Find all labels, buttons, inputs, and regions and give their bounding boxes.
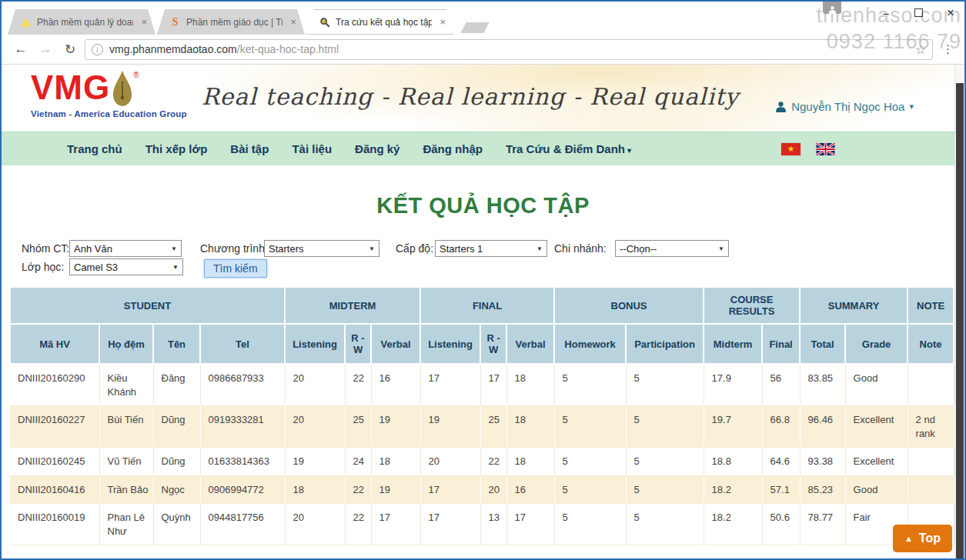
- column-header: Participation: [626, 324, 704, 364]
- column-header: Total: [800, 324, 845, 364]
- table-cell: 22: [345, 475, 371, 504]
- maximize-button[interactable]: [914, 8, 923, 17]
- nav-item[interactable]: Trang chủ: [55, 142, 134, 155]
- table-cell: Phan Lê Như: [99, 504, 153, 545]
- table-cell: 0944817756: [200, 504, 285, 545]
- table-cell: 17: [420, 475, 480, 504]
- nav-item[interactable]: Bài tập: [219, 142, 280, 155]
- select-arrow-icon: ▼: [172, 264, 179, 271]
- nav-item[interactable]: Tài liệu: [280, 142, 343, 155]
- table-cell: Quỳnh: [153, 504, 200, 545]
- nav-item[interactable]: Đăng ký: [343, 142, 411, 155]
- bookmark-star-icon[interactable]: ☆: [915, 42, 926, 57]
- search-button[interactable]: Tìm kiếm: [204, 259, 267, 278]
- column-header: Homework: [554, 324, 626, 364]
- back-to-top-button[interactable]: ▲ Top: [893, 525, 952, 552]
- table-row: DNIII20160019Phan Lê NhưQuỳnh09448177562…: [10, 504, 954, 545]
- table-body: DNIII20160290Kiều KhánhĐăng0986687933202…: [10, 364, 954, 545]
- table-cell: 25: [345, 406, 371, 448]
- table-cell: Trần Bảo: [99, 475, 153, 504]
- magnifier-favicon-icon: [319, 17, 330, 27]
- table-group-row: STUDENTMIDTERMFINALBONUSCOURSE RESULTSSU…: [10, 287, 954, 324]
- column-group-header: MIDTERM: [285, 287, 420, 324]
- nav-item[interactable]: Đăng nhập: [411, 142, 494, 155]
- vmg-logo[interactable]: VMG ® Vietnam - America Education Group: [31, 71, 187, 118]
- column-header: Final: [762, 324, 800, 364]
- column-header: Listening: [285, 324, 345, 364]
- close-button[interactable]: ×: [944, 6, 957, 20]
- browser-menu-icon[interactable]: ⋮: [938, 42, 958, 56]
- table-cell: 13: [480, 504, 506, 545]
- results-table: STUDENTMIDTERMFINALBONUSCOURSE RESULTSSU…: [9, 286, 954, 545]
- column-group-header: COURSE RESULTS: [704, 287, 800, 324]
- address-bar[interactable]: i vmg.phanmemdaotao.com/ket-qua-hoc-tap.…: [85, 39, 933, 60]
- table-cell: 5: [554, 475, 626, 504]
- tab-close-icon[interactable]: ×: [288, 16, 299, 28]
- new-tab-button[interactable]: [460, 22, 489, 33]
- table-cell: 0906994772: [200, 475, 285, 504]
- table-cell: 5: [554, 448, 626, 476]
- profile-avatar[interactable]: [823, 2, 841, 14]
- table-cell: Ngọc: [153, 475, 200, 504]
- nav-item[interactable]: Tra Cứu & Điểm Danh▾: [494, 142, 643, 155]
- browser-tab-2[interactable]: S Phần mềm giáo dục | Tiế ×: [157, 9, 305, 35]
- table-cell: 20: [480, 475, 506, 504]
- table-cell: 24: [345, 448, 371, 476]
- select-arrow-icon: ▼: [171, 245, 177, 252]
- site-header: VMG ® Vietnam - America Education Group …: [2, 65, 964, 132]
- back-button[interactable]: ←: [11, 42, 31, 57]
- forward-button[interactable]: →: [35, 42, 55, 57]
- column-header: Listening: [420, 324, 480, 364]
- nhom-ct-select[interactable]: Anh Văn▼: [69, 240, 182, 257]
- table-cell: 2 nd rank: [908, 406, 954, 448]
- table-cell: 0986687933: [200, 364, 285, 406]
- scrollbar-thumb[interactable]: [956, 83, 964, 558]
- browser-tab-1[interactable]: Phần mềm quản lý doanh ×: [8, 9, 155, 35]
- table-cell: 22: [345, 504, 371, 545]
- table-cell: 0919333281: [200, 406, 285, 448]
- table-cell: 5: [626, 364, 704, 406]
- web-page: VMG ® Vietnam - America Education Group …: [2, 65, 964, 558]
- table-cell: 19: [371, 406, 420, 448]
- logo-text: VMG: [31, 71, 110, 105]
- minimize-button[interactable]: –: [880, 6, 892, 20]
- table-cell: DNIII20160290: [10, 364, 99, 406]
- registered-mark: ®: [133, 71, 139, 79]
- tab-strip: Phần mềm quản lý doanh × S Phần mềm giáo…: [2, 8, 964, 35]
- nav-item[interactable]: Thi xếp lớp: [134, 142, 219, 155]
- warning-triangle-icon: [20, 17, 32, 27]
- table-cell: [908, 475, 954, 504]
- browser-tab-active[interactable]: Tra cứu kết quả học tập ×: [306, 9, 454, 35]
- page-info-icon[interactable]: i: [92, 44, 103, 55]
- column-header: Mã HV: [10, 324, 99, 364]
- reload-button[interactable]: ↻: [60, 42, 80, 58]
- table-cell: 22: [480, 448, 506, 476]
- table-cell: Dũng: [153, 448, 200, 476]
- uk-flag-icon[interactable]: [816, 143, 835, 155]
- table-cell: 50.6: [762, 504, 800, 545]
- table-cell: 17.9: [704, 364, 762, 406]
- column-group-header: SUMMARY: [800, 287, 908, 324]
- lop-hoc-select[interactable]: Camel S3▼: [69, 258, 183, 275]
- tab-close-icon[interactable]: ×: [437, 16, 448, 28]
- vietnam-flag-icon[interactable]: ★: [781, 143, 801, 155]
- column-header: Verbal: [506, 324, 554, 364]
- chi-nhanh-select[interactable]: --Chọn--▼: [615, 240, 729, 257]
- cap-do-select[interactable]: Starters 1▼: [435, 240, 547, 257]
- url-host: vmg.phanmemdaotao.com: [109, 43, 237, 55]
- table-cell: 5: [626, 448, 704, 476]
- chuong-trinh-select[interactable]: Starters▼: [264, 240, 379, 257]
- table-cell: DNIII20160019: [10, 504, 99, 545]
- page-scrollbar[interactable]: [954, 65, 964, 558]
- table-cell: 17: [506, 504, 554, 545]
- chevron-down-icon: ▾: [627, 146, 631, 155]
- table-cell: 19.7: [704, 406, 762, 448]
- tab-close-icon[interactable]: ×: [139, 16, 149, 28]
- user-menu[interactable]: Nguyễn Thị Ngọc Hoa ▾: [775, 100, 914, 113]
- table-cell: 22: [345, 364, 371, 406]
- table-cell: Excellent: [845, 448, 908, 476]
- table-cell: 64.6: [762, 448, 800, 476]
- table-cell: 56: [762, 364, 800, 406]
- table-cell: 5: [554, 504, 626, 545]
- table-cell: Good: [845, 364, 908, 406]
